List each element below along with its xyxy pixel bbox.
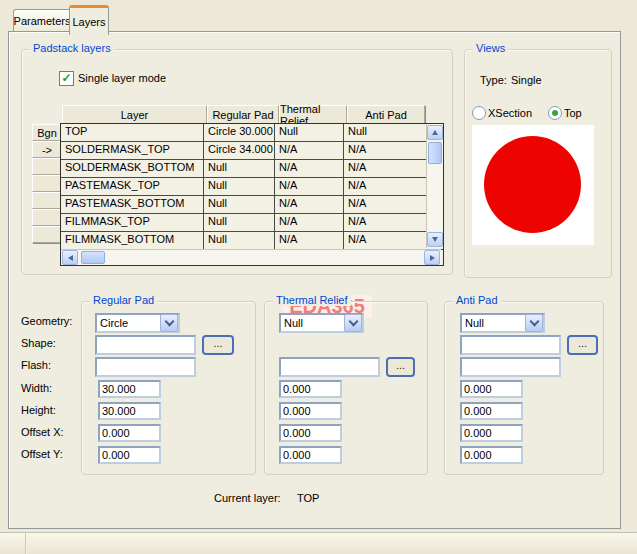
- xsection-radio-label[interactable]: XSection: [488, 107, 532, 119]
- table-row[interactable]: FILMMASK_BOTTOM Null N/A N/A: [61, 232, 443, 250]
- cell-regular-pad[interactable]: Circle 30.000: [204, 124, 275, 141]
- table-row[interactable]: TOP Circle 30.000 Null Null: [61, 124, 443, 142]
- single-layer-mode-checkbox[interactable]: ✓: [59, 71, 74, 86]
- cell-thermal-relief[interactable]: N/A: [275, 160, 344, 177]
- chevron-down-icon[interactable]: [344, 314, 362, 332]
- top-radio[interactable]: [548, 106, 562, 120]
- geometry-value-regular: Circle: [97, 317, 160, 329]
- flash-input-regular[interactable]: [95, 357, 196, 377]
- table-row[interactable]: SOLDERMASK_BOTTOM Null N/A N/A: [61, 160, 443, 178]
- tab-parameters[interactable]: Parameters: [13, 9, 71, 32]
- cell-regular-pad[interactable]: Null: [204, 232, 275, 249]
- row-marker-button[interactable]: ->: [32, 141, 62, 158]
- width-input-regular[interactable]: [98, 380, 161, 398]
- flash-label: Flash:: [21, 359, 51, 371]
- cell-layer[interactable]: FILMMASK_TOP: [61, 214, 204, 231]
- scroll-left-icon[interactable]: [62, 250, 78, 265]
- row-marker-button[interactable]: [32, 158, 62, 175]
- cell-thermal-relief[interactable]: N/A: [275, 178, 344, 195]
- shape-input-regular[interactable]: [95, 335, 196, 355]
- geometry-select-anti[interactable]: Null: [460, 313, 545, 333]
- column-header-anti-pad[interactable]: Anti Pad: [347, 105, 425, 124]
- cell-layer[interactable]: FILMMASK_BOTTOM: [61, 232, 204, 249]
- table-row[interactable]: PASTEMASK_BOTTOM Null N/A N/A: [61, 196, 443, 214]
- cell-thermal-relief[interactable]: N/A: [275, 142, 344, 159]
- table-row[interactable]: PASTEMASK_TOP Null N/A N/A: [61, 178, 443, 196]
- cell-regular-pad[interactable]: Circle 34.000: [204, 142, 275, 159]
- cell-anti-pad[interactable]: N/A: [344, 142, 423, 159]
- single-layer-mode-label: Single layer mode: [78, 72, 166, 84]
- shape-browse-button-regular[interactable]: ...: [202, 335, 234, 355]
- shape-browse-button-anti[interactable]: ...: [567, 335, 598, 355]
- chevron-down-icon[interactable]: [525, 314, 543, 332]
- cell-layer[interactable]: SOLDERMASK_TOP: [61, 142, 204, 159]
- offset-x-input-anti[interactable]: [460, 424, 523, 442]
- height-label: Height:: [21, 404, 56, 416]
- flash-input-thermal[interactable]: [279, 357, 380, 377]
- status-bar-divider: [25, 533, 27, 554]
- offset-x-input-regular[interactable]: [98, 424, 161, 442]
- scroll-up-icon[interactable]: [427, 125, 443, 140]
- row-marker-button[interactable]: Bgn: [32, 124, 62, 141]
- cell-regular-pad[interactable]: Null: [204, 214, 275, 231]
- height-input-anti[interactable]: [460, 402, 523, 420]
- chevron-down-icon[interactable]: [160, 314, 178, 332]
- cell-regular-pad[interactable]: Null: [204, 160, 275, 177]
- row-marker-button[interactable]: [32, 192, 62, 209]
- thermal-relief-group: Thermal Relief Null ...: [264, 301, 428, 475]
- column-header-layer[interactable]: Layer: [62, 105, 207, 124]
- table-row[interactable]: SOLDERMASK_TOP Circle 34.000 N/A N/A: [61, 142, 443, 160]
- cell-thermal-relief[interactable]: Null: [275, 124, 344, 141]
- geometry-label: Geometry:: [21, 315, 72, 327]
- row-marker-button[interactable]: [32, 175, 62, 192]
- top-radio-label[interactable]: Top: [564, 107, 582, 119]
- horizontal-scrollbar[interactable]: [61, 249, 441, 265]
- row-marker-button[interactable]: [32, 209, 62, 226]
- cell-layer[interactable]: TOP: [61, 124, 204, 141]
- cell-regular-pad[interactable]: Null: [204, 178, 275, 195]
- offset-y-input-thermal[interactable]: [279, 446, 342, 464]
- status-bar: [0, 532, 637, 554]
- offset-y-input-anti[interactable]: [460, 446, 523, 464]
- cell-thermal-relief[interactable]: N/A: [275, 214, 344, 231]
- type-value: Single: [511, 74, 542, 86]
- table-row[interactable]: FILMMASK_TOP Null N/A N/A: [61, 214, 443, 232]
- flash-browse-button-thermal[interactable]: ...: [386, 357, 415, 377]
- cell-layer[interactable]: PASTEMASK_TOP: [61, 178, 204, 195]
- scroll-right-icon[interactable]: [424, 250, 440, 265]
- vertical-scroll-thumb[interactable]: [428, 142, 442, 164]
- height-input-thermal[interactable]: [279, 402, 342, 420]
- width-input-anti[interactable]: [460, 380, 523, 398]
- vertical-scrollbar[interactable]: [426, 124, 443, 248]
- column-header-regular-pad[interactable]: Regular Pad: [207, 105, 279, 124]
- width-input-thermal[interactable]: [279, 380, 342, 398]
- offset-y-input-regular[interactable]: [98, 446, 161, 464]
- xsection-radio[interactable]: [472, 106, 486, 120]
- cell-anti-pad[interactable]: N/A: [344, 214, 423, 231]
- cell-thermal-relief[interactable]: N/A: [275, 196, 344, 213]
- cell-anti-pad[interactable]: N/A: [344, 178, 423, 195]
- flash-input-anti[interactable]: [460, 357, 561, 377]
- layers-tab-page: Padstack layers ✓ Single layer mode Laye…: [8, 31, 621, 529]
- regular-pad-group-label: Regular Pad: [90, 294, 157, 306]
- width-label: Width:: [21, 382, 52, 394]
- scroll-down-icon[interactable]: [427, 232, 443, 247]
- cell-layer[interactable]: SOLDERMASK_BOTTOM: [61, 160, 204, 177]
- cell-anti-pad[interactable]: N/A: [344, 232, 423, 249]
- row-marker-button[interactable]: [32, 226, 62, 243]
- geometry-select-regular[interactable]: Circle: [95, 313, 180, 333]
- cell-anti-pad[interactable]: N/A: [344, 160, 423, 177]
- cell-thermal-relief[interactable]: N/A: [275, 232, 344, 249]
- horizontal-scroll-thumb[interactable]: [81, 251, 105, 264]
- cell-anti-pad[interactable]: Null: [344, 124, 423, 141]
- height-input-regular[interactable]: [98, 402, 161, 420]
- views-group-label: Views: [473, 42, 508, 54]
- cell-regular-pad[interactable]: Null: [204, 196, 275, 213]
- column-header-thermal-relief[interactable]: Thermal Relief: [279, 105, 347, 124]
- tab-layers[interactable]: Layers: [69, 5, 109, 35]
- cell-layer[interactable]: PASTEMASK_BOTTOM: [61, 196, 204, 213]
- offset-x-input-thermal[interactable]: [279, 424, 342, 442]
- cell-anti-pad[interactable]: N/A: [344, 196, 423, 213]
- shape-input-anti[interactable]: [460, 335, 561, 355]
- geometry-select-thermal[interactable]: Null: [279, 313, 364, 333]
